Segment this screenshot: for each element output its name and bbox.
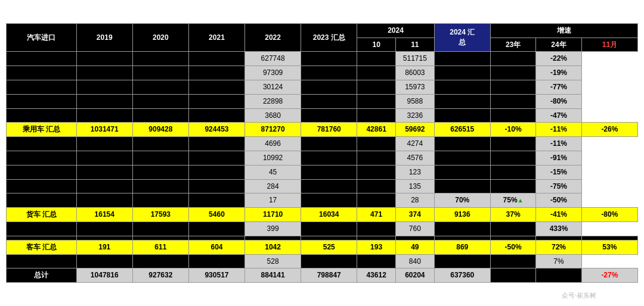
cell <box>434 151 490 166</box>
col-nov: 11月 <box>581 38 637 52</box>
cell <box>301 254 357 268</box>
cell: 7% <box>536 254 581 268</box>
cell <box>7 254 77 268</box>
cell: -19% <box>536 66 581 80</box>
cell <box>76 66 132 80</box>
cell: 60204 <box>395 268 434 283</box>
cell <box>7 137 77 151</box>
cell: 17593 <box>132 208 188 222</box>
cell <box>357 254 396 268</box>
cell: 5460 <box>188 208 244 222</box>
cell <box>7 221 77 236</box>
cell: 4696 <box>245 137 301 151</box>
cell: 3680 <box>245 108 301 123</box>
cell <box>357 108 396 123</box>
cell <box>188 66 244 80</box>
cell <box>301 179 357 193</box>
cell <box>357 236 396 240</box>
cell <box>357 193 396 208</box>
col-23yr: 23年 <box>490 38 535 52</box>
cell <box>434 221 490 236</box>
col-car-import: 汽车进口 <box>7 23 77 52</box>
cell: -15% <box>536 165 581 179</box>
cell: 798847 <box>301 268 357 283</box>
cell: -22% <box>536 52 581 66</box>
cell: 924453 <box>188 123 244 137</box>
cell <box>132 80 188 95</box>
table-row: 36803236-47% <box>7 108 638 123</box>
cell: 86003 <box>395 66 434 80</box>
table-row: 货车 汇总16154175935460117101603447137491363… <box>7 208 638 222</box>
cell <box>132 94 188 108</box>
cell: 45 <box>245 165 301 179</box>
col-2024-group: 2024 <box>357 23 434 38</box>
cell <box>188 94 244 108</box>
cell <box>301 137 357 151</box>
cell: 525 <box>301 240 357 254</box>
cell: 433% <box>536 221 581 236</box>
cell: -41% <box>536 208 581 222</box>
table-row: 45123-15% <box>7 165 638 179</box>
cell <box>434 94 490 108</box>
cell: -11% <box>536 137 581 151</box>
cell: 1031471 <box>76 123 132 137</box>
cell <box>490 221 535 236</box>
cell <box>132 66 188 80</box>
cell <box>357 151 396 166</box>
cell <box>7 66 77 80</box>
cell: 135 <box>395 179 434 193</box>
cell <box>301 236 357 240</box>
cell <box>357 179 396 193</box>
cell: 22898 <box>245 94 301 108</box>
cell: -11% <box>536 123 581 137</box>
cell: -91% <box>536 151 581 166</box>
cell <box>434 52 490 66</box>
cell <box>357 66 396 80</box>
cell: 193 <box>357 240 396 254</box>
cell: 909428 <box>132 123 188 137</box>
cell <box>76 108 132 123</box>
cell: 72% <box>536 240 581 254</box>
table-row: 5288407% <box>7 254 638 268</box>
cell: 9588 <box>395 94 434 108</box>
cell <box>301 94 357 108</box>
table-row: 3012415973-77% <box>7 80 638 95</box>
cell <box>132 254 188 268</box>
cell <box>76 80 132 95</box>
cell <box>490 66 535 80</box>
cell: 42861 <box>357 123 396 137</box>
cell: 760 <box>395 221 434 236</box>
cell: 930517 <box>188 268 244 283</box>
table-row: 乘用车 汇总1031471909428924453871270781760428… <box>7 123 638 137</box>
table-row: 109924576-91% <box>7 151 638 166</box>
cell <box>301 80 357 95</box>
cell <box>434 179 490 193</box>
cell <box>76 193 132 208</box>
col-24yr: 24年 <box>536 38 581 52</box>
cell <box>7 236 77 240</box>
cell: 840 <box>395 254 434 268</box>
table-row: 客车 汇总191611604104252519349869-50%72%53% <box>7 240 638 254</box>
col-2019: 2019 <box>76 23 132 52</box>
cell <box>7 151 77 166</box>
cell: 53% <box>581 240 637 254</box>
cell: 637360 <box>434 268 490 283</box>
cell: 10992 <box>245 151 301 166</box>
cell <box>490 151 535 166</box>
cell <box>7 80 77 95</box>
cell <box>76 137 132 151</box>
cell <box>490 52 535 66</box>
cell <box>132 179 188 193</box>
cell: 49 <box>395 240 434 254</box>
cell: 604 <box>188 240 244 254</box>
cell <box>301 193 357 208</box>
cell <box>188 108 244 123</box>
cell: -77% <box>536 80 581 95</box>
cell: 123 <box>395 165 434 179</box>
cell: 16034 <box>301 208 357 222</box>
cell <box>188 137 244 151</box>
cell: 869 <box>434 240 490 254</box>
cell <box>434 165 490 179</box>
cell <box>490 179 535 193</box>
cell: 284 <box>245 179 301 193</box>
